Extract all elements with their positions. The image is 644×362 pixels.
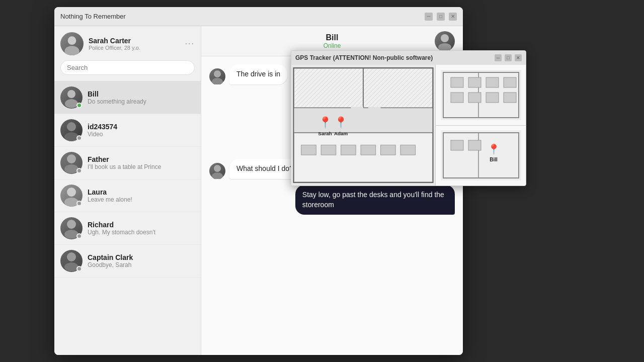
close-button[interactable]: ✕ <box>449 13 457 21</box>
contact-preview-richard: Ugh. My stomach doesn't <box>88 229 195 236</box>
window-title: Nothing To Remember <box>60 13 425 20</box>
svg-rect-23 <box>294 68 363 108</box>
minimize-button[interactable]: ─ <box>425 13 433 21</box>
svg-point-2 <box>67 90 75 98</box>
gps-right-panel: 📍 Bill <box>435 65 526 186</box>
chat-header-status: Online <box>229 42 435 49</box>
svg-point-0 <box>68 36 76 45</box>
svg-rect-28 <box>321 145 336 155</box>
message-bubble-4: What should I do? <box>229 159 300 179</box>
svg-rect-45 <box>504 77 516 87</box>
gps-minimize-button[interactable]: ─ <box>495 54 502 61</box>
sidebar-header: Sarah Carter Police Officer, 28 y.o. ··· <box>54 26 201 81</box>
svg-point-6 <box>67 154 76 163</box>
svg-rect-48 <box>486 93 499 103</box>
sidebar: Sarah Carter Police Officer, 28 y.o. ··· <box>54 26 201 355</box>
svg-rect-31 <box>381 145 396 155</box>
svg-text:📍: 📍 <box>318 116 333 129</box>
contact-name-richard: Richard <box>88 221 195 229</box>
gps-title-bar: GPS Tracker (ATTENTION! Non-public softw… <box>291 51 526 65</box>
profile-name: Sarah Carter <box>89 37 180 45</box>
chat-header-avatar <box>435 31 455 51</box>
status-dot-richard <box>76 233 82 239</box>
title-bar: Nothing To Remember ─ □ ✕ <box>54 7 463 26</box>
svg-text:Adam: Adam <box>334 131 348 136</box>
svg-rect-30 <box>361 145 376 155</box>
svg-rect-34 <box>368 107 381 109</box>
svg-text:Sarah: Sarah <box>318 131 332 136</box>
contact-item-bill[interactable]: Bill Do something already <box>54 81 201 114</box>
svg-point-18 <box>214 165 221 172</box>
gps-close-button[interactable]: ✕ <box>515 54 522 61</box>
chat-header-name: Bill <box>229 33 435 42</box>
svg-point-12 <box>67 252 76 261</box>
contact-preview-captain: Goodbye, Sarah <box>88 261 195 268</box>
message-5: Stay low, go past the desks and you'll f… <box>209 185 455 215</box>
gps-content: 📍 Sarah 📍 Adam <box>291 65 526 186</box>
contact-info-bill: Bill Do something already <box>88 90 195 105</box>
svg-point-17 <box>212 78 223 84</box>
contact-avatar-wrap-father <box>60 152 83 174</box>
message-bubble-5: Stay low, go past the desks and you'll f… <box>295 185 455 215</box>
window-controls: ─ □ ✕ <box>425 13 457 21</box>
contact-item-captain-clark[interactable]: Captain Clark Goodbye, Sarah <box>54 245 201 278</box>
svg-rect-24 <box>363 68 433 108</box>
contact-preview-bill: Do something already <box>88 98 195 105</box>
svg-rect-33 <box>351 107 363 109</box>
svg-rect-47 <box>468 93 481 103</box>
svg-rect-50 <box>443 133 519 178</box>
svg-point-16 <box>214 70 221 77</box>
maximize-button[interactable]: □ <box>437 13 445 21</box>
svg-rect-25 <box>294 133 433 183</box>
contact-avatar-wrap-captain <box>60 250 83 272</box>
svg-point-4 <box>67 122 76 131</box>
svg-rect-32 <box>400 145 416 155</box>
contact-preview-laura: Leave me alone! <box>88 196 195 203</box>
svg-point-19 <box>212 172 223 179</box>
contact-item-id243574[interactable]: id243574 Video <box>54 114 201 147</box>
status-dot-captain <box>76 266 82 272</box>
contact-item-laura[interactable]: Laura Leave me alone! <box>54 179 201 212</box>
gps-maximize-button[interactable]: □ <box>505 54 512 61</box>
contact-item-father[interactable]: Father I'll book us a table at Prince <box>54 147 201 179</box>
contact-avatar-wrap-id <box>60 119 83 141</box>
gps-right-bottom: 📍 Bill <box>436 126 526 186</box>
contact-item-richard[interactable]: Richard Ugh. My stomach doesn't <box>54 212 201 245</box>
avatar <box>60 32 84 55</box>
svg-rect-42 <box>451 77 463 87</box>
contact-info-richard: Richard Ugh. My stomach doesn't <box>88 221 195 236</box>
contact-name-id: id243574 <box>88 123 195 131</box>
contact-list: Bill Do something already <box>54 81 201 355</box>
gps-tracker-window: GPS Tracker (ATTENTION! Non-public softw… <box>291 50 526 186</box>
svg-point-3 <box>65 99 78 108</box>
svg-point-10 <box>67 220 76 229</box>
contact-name-father: Father <box>88 155 195 163</box>
contact-name-laura: Laura <box>88 188 195 196</box>
contact-info-captain: Captain Clark Goodbye, Sarah <box>88 253 195 268</box>
contact-info-father: Father I'll book us a table at Prince <box>88 155 195 170</box>
more-options-button[interactable]: ··· <box>185 39 195 48</box>
contact-avatar-wrap-richard <box>60 217 83 239</box>
contact-avatar-wrap <box>60 86 83 109</box>
message-bubble-1: The drive is in <box>229 64 287 84</box>
status-dot-laura <box>76 201 82 206</box>
svg-rect-52 <box>451 140 463 150</box>
profile-section: Sarah Carter Police Officer, 28 y.o. ··· <box>60 32 195 55</box>
svg-rect-29 <box>341 145 356 155</box>
message-avatar-4 <box>209 163 225 179</box>
status-dot-id <box>76 135 82 141</box>
contact-name-bill: Bill <box>88 90 195 98</box>
gps-title: GPS Tracker (ATTENTION! Non-public softw… <box>295 54 433 61</box>
contact-info-id: id243574 Video <box>88 123 195 138</box>
svg-rect-26 <box>294 108 433 132</box>
svg-point-8 <box>67 188 76 197</box>
svg-text:📍: 📍 <box>487 143 500 155</box>
search-input[interactable] <box>60 60 195 75</box>
contact-avatar-wrap-laura <box>60 185 83 207</box>
svg-rect-46 <box>451 93 463 103</box>
contact-preview-father: I'll book us a table at Prince <box>88 163 195 170</box>
gps-controls: ─ □ ✕ <box>495 54 522 61</box>
svg-text:📍: 📍 <box>334 116 348 129</box>
floor-plan: 📍 Sarah 📍 Adam <box>291 65 435 186</box>
gps-right-top <box>436 65 526 126</box>
